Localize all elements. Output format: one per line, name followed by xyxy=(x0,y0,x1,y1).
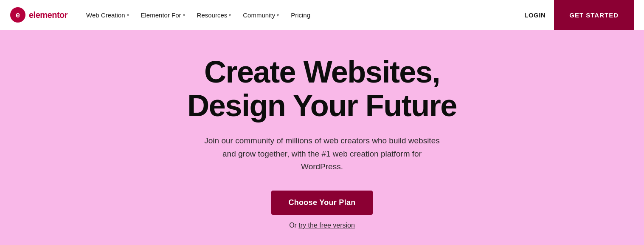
nav-item-web-creation[interactable]: Web Creation ▾ xyxy=(81,8,134,22)
hero-section: Create Websites, Design Your Future Join… xyxy=(0,30,644,245)
login-button[interactable]: LOGIN xyxy=(516,7,554,23)
nav-item-pricing[interactable]: Pricing xyxy=(286,8,315,22)
nav-item-resources[interactable]: Resources ▾ xyxy=(192,8,236,22)
nav-label-pricing: Pricing xyxy=(291,11,310,19)
nav-label-community: Community xyxy=(243,11,275,19)
chevron-down-icon: ▾ xyxy=(277,13,279,17)
choose-plan-button[interactable]: Choose Your Plan xyxy=(271,191,372,215)
hero-title: Create Websites, Design Your Future xyxy=(187,55,456,122)
get-started-button[interactable]: GET STARTED xyxy=(554,0,634,30)
free-version-link[interactable]: try the free version xyxy=(298,222,355,229)
nav-right: LOGIN GET STARTED xyxy=(516,0,634,30)
chevron-down-icon: ▾ xyxy=(229,13,231,17)
chevron-down-icon: ▾ xyxy=(183,13,185,17)
logo[interactable]: e elementor xyxy=(10,7,67,23)
free-version-line: Or try the free version xyxy=(289,222,355,229)
logo-text: elementor xyxy=(29,10,67,20)
logo-icon-letter: e xyxy=(16,11,20,20)
hero-title-line1: Create Websites, xyxy=(204,55,440,89)
nav-item-community[interactable]: Community ▾ xyxy=(238,8,284,22)
logo-icon: e xyxy=(10,7,25,23)
hero-title-line2: Design Your Future xyxy=(187,88,456,122)
nav-menu: Web Creation ▾ Elementor For ▾ Resources… xyxy=(81,8,516,22)
hero-subtitle: Join our community of millions of web cr… xyxy=(203,134,441,173)
nav-label-web-creation: Web Creation xyxy=(86,11,125,19)
navbar: e elementor Web Creation ▾ Elementor For… xyxy=(0,0,644,30)
nav-label-elementor-for: Elementor For xyxy=(141,11,181,19)
nav-label-resources: Resources xyxy=(197,11,228,19)
free-version-prefix: Or xyxy=(289,222,298,229)
nav-item-elementor-for[interactable]: Elementor For ▾ xyxy=(136,8,190,22)
chevron-down-icon: ▾ xyxy=(127,13,129,17)
